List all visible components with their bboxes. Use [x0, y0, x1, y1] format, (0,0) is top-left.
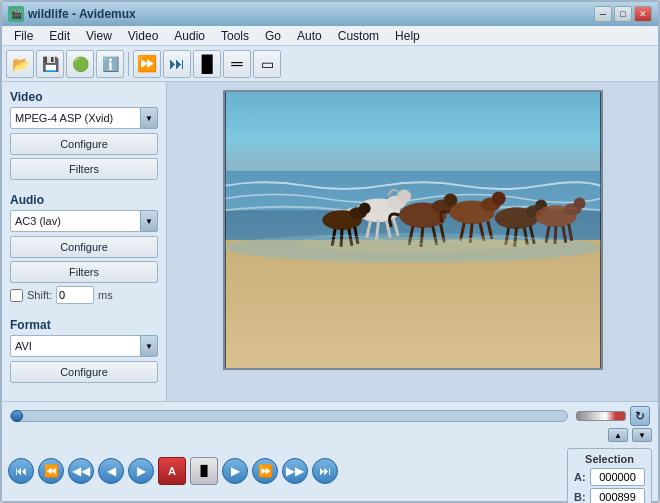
- seek-bar[interactable]: [10, 410, 568, 422]
- prev-keyframe-button[interactable]: ⏪: [38, 458, 64, 484]
- expand-down-button[interactable]: ▼: [632, 428, 652, 442]
- minimize-button[interactable]: ─: [594, 6, 612, 22]
- video-codec-row: MPEG-4 ASP (Xvid) ▼: [10, 107, 158, 129]
- prev-frame-button[interactable]: ◀: [98, 458, 124, 484]
- svg-point-6: [397, 190, 411, 204]
- selection-a-row: A:: [574, 468, 645, 486]
- play-button[interactable]: ▶: [222, 458, 248, 484]
- audio-codec-row: AC3 (lav) ▼: [10, 210, 158, 232]
- audio-configure-button[interactable]: Configure: [10, 236, 158, 258]
- audio-section-title: Audio: [10, 193, 158, 207]
- format-configure-button[interactable]: Configure: [10, 361, 158, 383]
- refresh-button[interactable]: ↻: [630, 406, 650, 426]
- step-back-button[interactable]: ◀◀: [68, 458, 94, 484]
- format-section: Format AVI ▼ Configure: [10, 318, 158, 386]
- close-button[interactable]: ✕: [634, 6, 652, 22]
- toolbar-save-icon[interactable]: 💾: [36, 50, 64, 78]
- menu-help[interactable]: Help: [387, 27, 428, 45]
- toolbar-info-icon[interactable]: ℹ️: [96, 50, 124, 78]
- seek-thumb: [11, 410, 23, 422]
- video-section: Video MPEG-4 ASP (Xvid) ▼ Configure Filt…: [10, 90, 158, 183]
- next-keyframe-button[interactable]: ⏩: [252, 458, 278, 484]
- audio-filters-button[interactable]: Filters: [10, 261, 158, 283]
- mark-a-button[interactable]: A: [158, 457, 186, 485]
- next-frame-button[interactable]: ▶: [128, 458, 154, 484]
- svg-point-41: [573, 197, 585, 209]
- controls-row: ⏮ ⏪ ◀◀ ◀ ▶ A ▐▌ ▶ ⏩ ▶▶ ⏭ ▲ ▼ Selection: [2, 428, 658, 503]
- video-area: [167, 82, 658, 401]
- shift-label: Shift:: [27, 289, 52, 301]
- main-content: Video MPEG-4 ASP (Xvid) ▼ Configure Filt…: [2, 82, 658, 401]
- format-arrow[interactable]: ▼: [140, 335, 158, 357]
- video-codec-dropdown[interactable]: MPEG-4 ASP (Xvid): [10, 107, 141, 129]
- toolbar-copy2-icon[interactable]: ⏭: [163, 50, 191, 78]
- selection-a-label: A:: [574, 471, 586, 483]
- toolbar-cut-icon[interactable]: ⏩: [133, 50, 161, 78]
- toolbar-crop-icon[interactable]: ▭: [253, 50, 281, 78]
- svg-point-47: [442, 237, 560, 247]
- video-configure-button[interactable]: Configure: [10, 133, 158, 155]
- menu-video[interactable]: Video: [120, 27, 166, 45]
- shift-checkbox[interactable]: [10, 289, 23, 302]
- play-to-start-button[interactable]: ⏮: [8, 458, 34, 484]
- menu-edit[interactable]: Edit: [41, 27, 78, 45]
- volume-controls: ↻: [576, 406, 650, 426]
- video-frame[interactable]: [223, 90, 603, 370]
- bottom-area: ↻ ⏮ ⏪ ◀◀ ◀ ▶ A ▐▌ ▶ ⏩ ▶▶ ⏭ ▲: [2, 401, 658, 501]
- svg-point-34: [358, 202, 370, 214]
- seek-bar-row: ↻: [2, 402, 658, 428]
- menu-tools[interactable]: Tools: [213, 27, 257, 45]
- menu-view[interactable]: View: [78, 27, 120, 45]
- video-filters-button[interactable]: Filters: [10, 158, 158, 180]
- svg-point-20: [491, 192, 505, 206]
- shift-unit: ms: [98, 289, 113, 301]
- expand-up-button[interactable]: ▲: [608, 428, 628, 442]
- audio-codec-arrow[interactable]: ▼: [140, 210, 158, 232]
- left-panel: Video MPEG-4 ASP (Xvid) ▼ Configure Filt…: [2, 82, 167, 401]
- selection-panel: ▲ ▼ Selection A: B:: [567, 428, 652, 503]
- format-dropdown[interactable]: AVI: [10, 335, 141, 357]
- play-to-end-button[interactable]: ⏭: [312, 458, 338, 484]
- shift-input[interactable]: [56, 286, 94, 304]
- maximize-button[interactable]: □: [614, 6, 632, 22]
- toolbar: 📂 💾 🟢 ℹ️ ⏩ ⏭ ▐▌ ═ ▭: [2, 46, 658, 82]
- toolbar-separator-1: [128, 52, 129, 76]
- selection-b-input[interactable]: [590, 488, 645, 503]
- format-section-title: Format: [10, 318, 158, 332]
- selection-a-input[interactable]: [590, 468, 645, 486]
- title-bar: 🎬 wildlife - Avidemux ─ □ ✕: [2, 2, 658, 26]
- menu-audio[interactable]: Audio: [166, 27, 213, 45]
- app-window: 🎬 wildlife - Avidemux ─ □ ✕ File Edit Vi…: [0, 0, 660, 503]
- selection-box: Selection A: B:: [567, 448, 652, 503]
- audio-codec-dropdown[interactable]: AC3 (lav): [10, 210, 141, 232]
- menu-file[interactable]: File: [6, 27, 41, 45]
- selection-title: Selection: [574, 453, 645, 465]
- format-row: AVI ▼: [10, 335, 158, 357]
- toolbar-copy-icon[interactable]: 🟢: [66, 50, 94, 78]
- window-title: wildlife - Avidemux: [28, 7, 594, 21]
- expand-controls: ▲ ▼: [608, 428, 652, 442]
- volume-bar[interactable]: [576, 411, 626, 421]
- menu-bar: File Edit View Video Audio Tools Go Auto…: [2, 26, 658, 46]
- menu-auto[interactable]: Auto: [289, 27, 330, 45]
- segment-button[interactable]: ▐▌: [190, 457, 218, 485]
- app-icon: 🎬: [8, 6, 24, 22]
- audio-section: Audio AC3 (lav) ▼ Configure Filters Shif…: [10, 193, 158, 304]
- selection-b-row: B:: [574, 488, 645, 503]
- selection-b-label: B:: [574, 491, 586, 503]
- video-section-title: Video: [10, 90, 158, 104]
- toolbar-scene-icon[interactable]: ═: [223, 50, 251, 78]
- step-forward-button[interactable]: ▶▶: [282, 458, 308, 484]
- svg-line-8: [376, 220, 378, 240]
- toolbar-segment-icon[interactable]: ▐▌: [193, 50, 221, 78]
- window-controls: ─ □ ✕: [594, 6, 652, 22]
- shift-row: Shift: ms: [10, 286, 158, 304]
- playback-buttons: ⏮ ⏪ ◀◀ ◀ ▶ A ▐▌ ▶ ⏩ ▶▶ ⏭: [8, 457, 567, 485]
- menu-custom[interactable]: Custom: [330, 27, 387, 45]
- video-content: [225, 92, 601, 368]
- menu-go[interactable]: Go: [257, 27, 289, 45]
- video-codec-arrow[interactable]: ▼: [140, 107, 158, 129]
- toolbar-open-icon[interactable]: 📂: [6, 50, 34, 78]
